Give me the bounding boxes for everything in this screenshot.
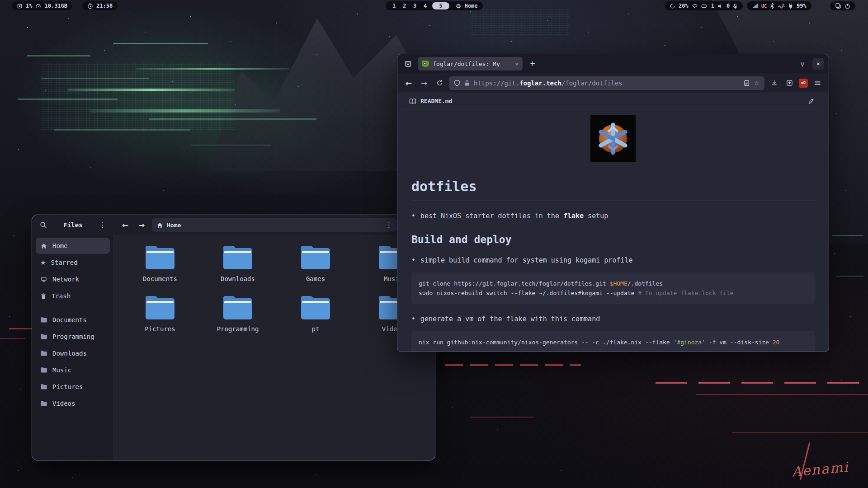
- sidebar-item-starred[interactable]: ★ Starred: [36, 254, 110, 271]
- tab-sidebar-toggle-icon[interactable]: [402, 58, 414, 70]
- session-pill[interactable]: [830, 1, 855, 10]
- sidebar-item-downloads[interactable]: Downloads: [36, 345, 110, 361]
- workspace-4[interactable]: 4: [422, 3, 429, 9]
- home-icon: [156, 222, 163, 229]
- reader-view-icon[interactable]: [744, 80, 750, 86]
- pixel-aurora-right: [470, 9, 570, 36]
- downloads-icon[interactable]: [768, 77, 780, 89]
- folder-item[interactable]: pt: [277, 296, 354, 333]
- code-block-vm: nix run github:nix-community/nixos-gener…: [411, 331, 815, 352]
- home-icon: [40, 243, 47, 249]
- folder-icon: [301, 246, 330, 269]
- folder-label: Documents: [143, 275, 177, 282]
- files-headerbar: Files ⋮ ← → Home ⋮ ⋮: [32, 215, 435, 235]
- cpu-usage: 1%: [26, 3, 32, 9]
- path-menu-button[interactable]: ⋮: [386, 222, 392, 229]
- folder-label: Programming: [217, 325, 259, 333]
- sidebar-item-network[interactable]: Network: [36, 271, 110, 287]
- tab-title: foglar/dotfiles: My: [433, 61, 511, 67]
- sidebar-item-pictures[interactable]: Pictures: [36, 379, 110, 395]
- battery-percent: 99%: [797, 3, 807, 9]
- tab-bar: foglar/dotfiles: My × + ∨ ×: [397, 54, 829, 73]
- extension-icon[interactable]: [783, 77, 795, 89]
- tray-pill[interactable]: UC 99%: [747, 1, 811, 10]
- folder-item[interactable]: Pictures: [121, 296, 199, 333]
- folder-label: Pictures: [145, 325, 175, 333]
- folder-item[interactable]: Documents: [121, 246, 199, 282]
- readme-bullet-intro: • best NixOS starter dotfiles in the fla…: [411, 212, 815, 220]
- folder-icon: [40, 350, 47, 357]
- folder-item[interactable]: Downloads: [199, 246, 277, 282]
- code-block-clone: git clone https://git.foglar.tech/foglar…: [411, 272, 815, 304]
- sidebar-item-programming[interactable]: Programming: [36, 328, 110, 345]
- readme-panel: README.md: [403, 93, 823, 352]
- clock-time: 21:58: [96, 3, 113, 9]
- workspace-5-active[interactable]: 5: [432, 2, 449, 9]
- trash-icon: [40, 293, 47, 300]
- readme-filename: README.md: [420, 98, 452, 104]
- browser-tab[interactable]: foglar/dotfiles: My ×: [418, 57, 523, 70]
- folder-item[interactable]: Programming: [199, 296, 277, 333]
- lock-icon: [464, 80, 470, 86]
- clock-pill[interactable]: 21:58: [82, 1, 118, 10]
- status-pill[interactable]: 20% 1 0: [665, 1, 743, 10]
- page-content: README.md: [397, 93, 829, 352]
- navigation-bar: ← → https://git.foglar.tech/foglar/dotfi…: [397, 73, 829, 93]
- files-toolbar: ← → Home ⋮ ⋮: [114, 215, 435, 235]
- url-bar[interactable]: https://git.foglar.tech/foglar/dotfiles …: [449, 76, 764, 90]
- bullet-icon: •: [411, 212, 415, 220]
- system-stats-pill[interactable]: 1% 10.31GB: [12, 1, 72, 10]
- app-title: Files: [63, 221, 82, 229]
- workspace-2[interactable]: 2: [401, 3, 408, 9]
- folder-icon: [146, 296, 175, 319]
- bookmark-star-icon[interactable]: ☆: [754, 80, 760, 87]
- new-tab-button[interactable]: +: [527, 58, 538, 70]
- folder-icon: [40, 333, 47, 340]
- gear-icon: ⚙: [456, 3, 461, 9]
- tab-list-chevron-icon[interactable]: ∨: [797, 58, 808, 70]
- window-close-button[interactable]: ×: [812, 58, 824, 70]
- files-body: Home ★ Starred Network Trash Documen: [32, 235, 435, 460]
- ublock-icon[interactable]: uO: [799, 79, 808, 88]
- folder-item[interactable]: Games: [277, 246, 354, 282]
- tab-close-icon[interactable]: ×: [515, 61, 519, 67]
- files-content: Documents Downloads Games Music: [114, 235, 435, 460]
- browser-forward-button[interactable]: →: [418, 77, 430, 89]
- readme-title: dotfiles: [411, 178, 815, 201]
- forward-button[interactable]: →: [136, 219, 147, 231]
- edit-pencil-icon[interactable]: [805, 95, 817, 107]
- back-button[interactable]: ←: [119, 219, 131, 231]
- clock-icon: [87, 3, 93, 9]
- folder-icon: [146, 246, 175, 269]
- search-icon[interactable]: [38, 219, 49, 231]
- workspace-1[interactable]: 1: [391, 3, 397, 9]
- path-bar[interactable]: Home ⋮: [152, 218, 397, 232]
- bullet-icon: •: [411, 315, 415, 323]
- microphone-icon: [733, 3, 738, 9]
- browser-window: foglar/dotfiles: My × + ∨ × ← → https://…: [397, 54, 829, 352]
- browser-back-button[interactable]: ←: [403, 77, 415, 89]
- tray-app-icon: UC: [761, 4, 767, 9]
- readme-header: README.md: [403, 93, 823, 109]
- nixos-logo: [590, 115, 636, 162]
- star-icon: ★: [40, 259, 46, 266]
- folder-icon: [40, 384, 47, 390]
- folder-label: Downloads: [221, 275, 255, 282]
- bullet-icon: •: [411, 256, 415, 264]
- battery-icon: [701, 3, 708, 9]
- sidebar-item-music[interactable]: Music: [36, 362, 110, 378]
- sidebar-item-trash[interactable]: Trash: [36, 288, 110, 304]
- hamburger-menu-icon[interactable]: [811, 77, 823, 89]
- sidebar-item-home[interactable]: Home: [36, 238, 110, 254]
- gitea-favicon: [422, 61, 429, 67]
- app-menu-button[interactable]: ⋮: [97, 219, 108, 231]
- files-window: Files ⋮ ← → Home ⋮ ⋮ H: [32, 215, 435, 460]
- sidebar-item-documents[interactable]: Documents: [36, 312, 110, 328]
- sidebar-item-videos[interactable]: Videos: [36, 395, 110, 412]
- power-plug-icon: [788, 3, 793, 9]
- workspace-3[interactable]: 3: [411, 3, 418, 9]
- desktop: Aenami 1% 10.31GB 21:58 1 2 3 4 5 ⚙ Home…: [0, 0, 868, 488]
- readme-bullet-vm: • generate a vm of the flake with this c…: [411, 315, 815, 323]
- reload-icon[interactable]: [434, 77, 445, 89]
- folder-icon: [40, 317, 47, 323]
